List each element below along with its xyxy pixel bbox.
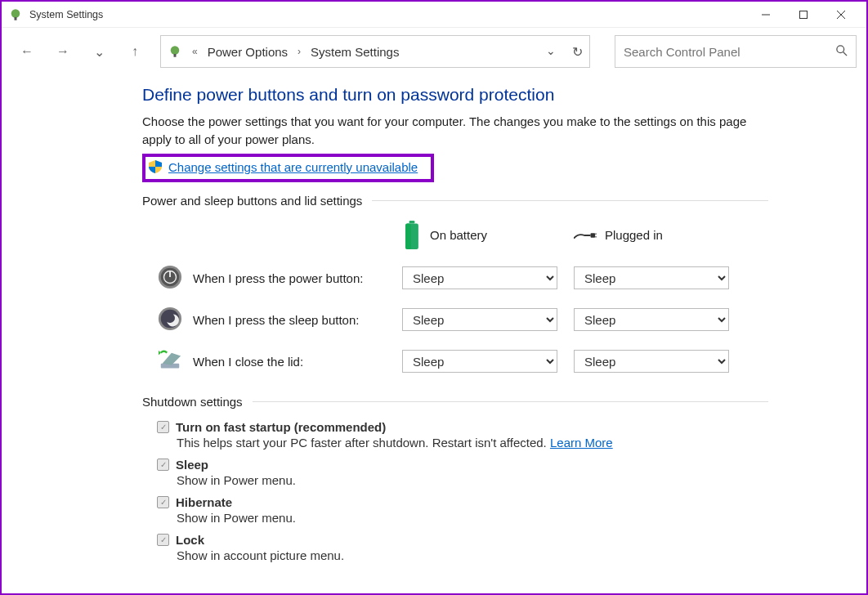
close-lid-plugged-select[interactable]: Sleep xyxy=(574,350,729,373)
row-power-button-label: When I press the power button: xyxy=(193,271,363,285)
close-button[interactable] xyxy=(822,2,860,27)
back-button[interactable]: ← xyxy=(16,41,38,62)
checkbox-lock: ✓ xyxy=(157,534,169,546)
maximize-button[interactable] xyxy=(785,2,822,27)
power-sleep-section: Power and sleep buttons and lid settings… xyxy=(142,194,768,383)
minimize-button[interactable] xyxy=(747,2,785,27)
content: Define power buttons and turn on passwor… xyxy=(2,75,866,570)
window-title: System Settings xyxy=(29,9,103,20)
column-plugged-in: Plugged in xyxy=(574,228,737,242)
forward-button[interactable]: → xyxy=(52,41,74,62)
title-bar: System Settings xyxy=(2,2,866,28)
checkbox-sleep: ✓ xyxy=(157,459,169,471)
lid-icon xyxy=(158,348,182,373)
svg-line-9 xyxy=(843,51,847,55)
row-sleep-button: When I press the sleep button: xyxy=(157,306,394,333)
row-sleep-button-label: When I press the sleep button: xyxy=(193,313,359,327)
refresh-button[interactable]: ↻ xyxy=(572,44,583,60)
svg-marker-23 xyxy=(159,350,161,355)
sleep-button-icon xyxy=(158,306,182,331)
svg-rect-3 xyxy=(800,11,808,18)
svg-rect-13 xyxy=(591,233,596,238)
page-heading: Define power buttons and turn on passwor… xyxy=(142,85,768,105)
hibernate-title: Hibernate xyxy=(176,495,232,509)
row-close-lid: When I close the lid: xyxy=(157,348,394,375)
column-on-battery-label: On battery xyxy=(430,228,487,242)
address-bar[interactable]: « Power Options › System Settings ⌄ ↻ xyxy=(160,35,590,68)
shutdown-item-fast-startup: ✓ Turn on fast startup (recommended) Thi… xyxy=(157,420,768,450)
svg-rect-7 xyxy=(174,54,177,57)
column-plugged-in-label: Plugged in xyxy=(605,228,663,242)
up-button[interactable]: ↑ xyxy=(124,41,145,62)
sleep-sub: Show in Power menu. xyxy=(177,473,768,487)
battery-icon xyxy=(402,221,422,250)
toolbar: ← → ⌄ ↑ « Power Options › System Setting… xyxy=(2,28,866,75)
learn-more-link[interactable]: Learn More xyxy=(550,436,613,450)
breadcrumb-system-settings[interactable]: System Settings xyxy=(311,45,399,59)
page-description: Choose the power settings that you want … xyxy=(142,113,768,149)
recent-button[interactable]: ⌄ xyxy=(88,41,110,62)
plug-icon xyxy=(574,230,597,241)
fast-startup-sub: This helps start your PC faster after sh… xyxy=(177,436,550,450)
shutdown-settings-section: Shutdown settings ✓ Turn on fast startup… xyxy=(142,395,768,570)
change-settings-link[interactable]: Change settings that are currently unava… xyxy=(168,160,418,174)
checkbox-fast-startup: ✓ xyxy=(157,421,169,433)
breadcrumb-power-options[interactable]: Power Options xyxy=(208,45,288,59)
shutdown-settings-legend: Shutdown settings xyxy=(142,395,253,409)
address-history-button[interactable]: ⌄ xyxy=(546,44,556,60)
close-lid-battery-select[interactable]: Sleep xyxy=(402,350,557,373)
column-on-battery: On battery xyxy=(402,221,566,250)
svg-rect-12 xyxy=(405,223,411,249)
lock-title: Lock xyxy=(176,533,204,547)
shutdown-item-lock: ✓ Lock Show in account picture menu. xyxy=(157,533,768,562)
power-button-plugged-select[interactable]: Sleep xyxy=(574,266,729,289)
svg-point-6 xyxy=(171,46,180,55)
chevron-right-icon: › xyxy=(298,46,301,57)
svg-rect-10 xyxy=(409,221,415,223)
shutdown-item-hibernate: ✓ Hibernate Show in Power menu. xyxy=(157,495,768,525)
sleep-title: Sleep xyxy=(176,458,208,472)
search-box[interactable] xyxy=(615,35,857,68)
shutdown-item-sleep: ✓ Sleep Show in Power menu. xyxy=(157,458,768,487)
shield-icon xyxy=(149,160,162,173)
fast-startup-title: Turn on fast startup (recommended) xyxy=(176,420,386,434)
app-icon xyxy=(8,7,23,22)
search-input[interactable] xyxy=(624,45,836,59)
hibernate-sub: Show in Power menu. xyxy=(177,511,768,525)
lock-sub: Show in account picture menu. xyxy=(177,548,768,562)
row-close-lid-label: When I close the lid: xyxy=(193,355,303,369)
svg-rect-1 xyxy=(15,17,17,20)
power-button-battery-select[interactable]: Sleep xyxy=(402,266,557,289)
power-sleep-legend: Power and sleep buttons and lid settings xyxy=(142,194,372,208)
search-icon[interactable] xyxy=(836,45,848,59)
control-panel-icon xyxy=(168,44,182,59)
power-button-icon xyxy=(158,265,182,289)
change-settings-highlight: Change settings that are currently unava… xyxy=(142,154,434,182)
chevron-left-icon: « xyxy=(192,46,198,57)
checkbox-hibernate: ✓ xyxy=(157,496,169,508)
svg-point-8 xyxy=(837,45,844,52)
row-power-button: When I press the power button: xyxy=(157,265,394,292)
svg-point-0 xyxy=(11,9,20,18)
sleep-button-plugged-select[interactable]: Sleep xyxy=(574,308,729,331)
sleep-button-battery-select[interactable]: Sleep xyxy=(402,308,557,331)
